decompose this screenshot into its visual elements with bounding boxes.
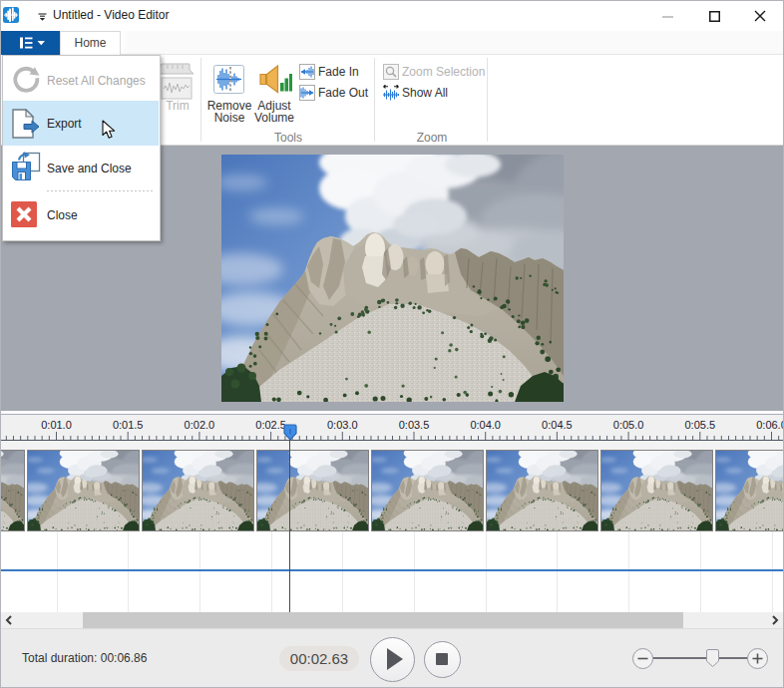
svg-text:0:05.0: 0:05.0 (613, 419, 644, 431)
svg-text:0:01.0: 0:01.0 (41, 419, 72, 431)
svg-text:0:04.5: 0:04.5 (542, 419, 573, 431)
svg-text:0:06.0: 0:06.0 (756, 419, 784, 431)
svg-text:0:01.5: 0:01.5 (113, 419, 144, 431)
svg-text:0:03.0: 0:03.0 (327, 419, 358, 431)
svg-text:0:05.5: 0:05.5 (685, 419, 716, 431)
svg-text:0:02.0: 0:02.0 (185, 419, 215, 431)
svg-text:0:04.0: 0:04.0 (470, 419, 501, 431)
svg-text:0:02.5: 0:02.5 (255, 419, 286, 431)
svg-text:0:03.5: 0:03.5 (399, 419, 430, 431)
